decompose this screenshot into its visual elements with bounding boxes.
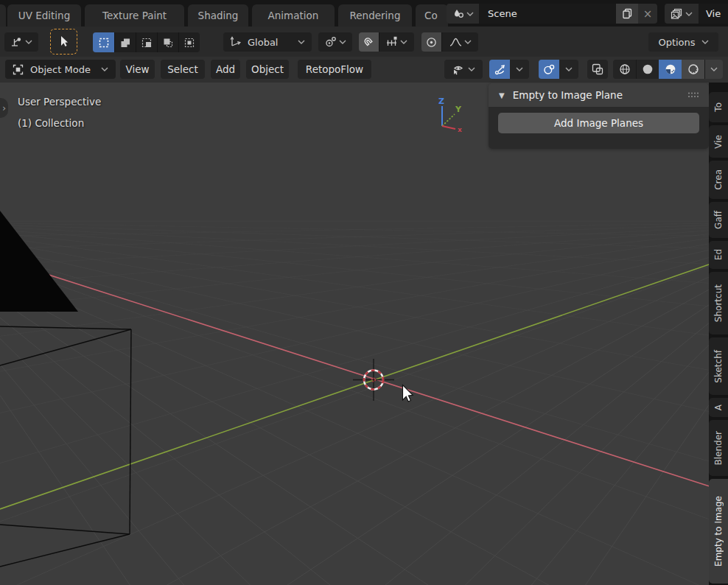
shading-mode-group (613, 60, 723, 79)
view-layer-selector: Vie (665, 4, 728, 24)
workspace-tab-partial[interactable] (0, 4, 6, 27)
topbar: UV Editing Texture Paint Shading Animati… (0, 0, 728, 27)
select-set-icon (99, 38, 109, 48)
new-scene-button[interactable] (616, 4, 638, 24)
object-visibility-dropdown[interactable] (444, 60, 483, 79)
mode-selector-dropdown[interactable]: Object Mode (5, 60, 116, 79)
wireframe-object[interactable] (0, 326, 131, 567)
sidebar-tab-tool[interactable]: To (709, 92, 728, 122)
cursor-arrow-icon (58, 35, 69, 48)
scene-icon (452, 8, 464, 20)
delete-scene-button[interactable]: × (638, 4, 657, 24)
sidebar-tab-shortcut[interactable]: Shortcut (709, 272, 728, 334)
select-mode-invert-button[interactable] (157, 32, 178, 52)
view-name-label: User Perspective (18, 96, 101, 108)
gizmo-arrow-icon (494, 64, 505, 75)
snap-target-dropdown[interactable] (379, 32, 414, 52)
tool-settings-bar: Global (0, 27, 728, 57)
chevron-down-icon (101, 67, 108, 71)
select-mode-extend-button[interactable] (114, 32, 136, 52)
workspace-tab-animation[interactable]: Animation (252, 4, 335, 27)
active-tool-dropdown[interactable] (4, 32, 38, 52)
active-collection-label: (1) Collection (18, 117, 84, 129)
select-mode-set-button[interactable] (93, 32, 114, 52)
scene-browse-button[interactable] (447, 4, 479, 24)
shading-material-button[interactable] (659, 60, 682, 79)
axis-y-label: Y (455, 105, 462, 114)
menu-add[interactable]: Add (211, 60, 240, 79)
proportional-edit-group (421, 32, 478, 52)
snap-toggle-button[interactable] (359, 32, 379, 52)
select-mode-group (93, 32, 200, 52)
menu-object[interactable]: Object (246, 60, 289, 79)
workspace-tab-compositing[interactable]: Co (416, 4, 448, 27)
panel-body: Add Image Planes (489, 107, 709, 149)
add-image-planes-button[interactable]: Add Image Planes (498, 113, 699, 133)
scene-selector: Scene × (447, 4, 657, 24)
falloff-curve-icon (449, 37, 462, 47)
shading-solid-button[interactable] (636, 60, 659, 79)
proportional-falloff-dropdown[interactable] (441, 32, 478, 52)
workspace-tab-uv-editing[interactable]: UV Editing (7, 4, 81, 27)
viewport-3d[interactable]: Z Y x User Perspective (1) Collection › … (0, 83, 728, 585)
show-gizmo-toggle[interactable] (489, 60, 510, 79)
viewport-header: Object Mode View Select Add Object Retop… (0, 57, 728, 83)
chevron-down-icon (685, 12, 693, 16)
axis-z-label: Z (438, 97, 444, 106)
chevron-down-icon (298, 40, 305, 44)
magnet-icon (363, 37, 374, 48)
select-mode-subtract-button[interactable] (136, 32, 157, 52)
axis-gizmo[interactable]: Z Y x (430, 94, 474, 137)
workspace-tab-texture-paint[interactable]: Texture Paint (85, 4, 184, 27)
drag-grip-icon[interactable] (687, 91, 699, 99)
show-overlays-toggle[interactable] (539, 60, 559, 79)
panel-header[interactable]: ▼ Empty to Image Plane (489, 83, 709, 107)
menu-select[interactable]: Select (161, 60, 205, 79)
gizmo-dropdown[interactable] (510, 60, 529, 79)
blender-window: UV Editing Texture Paint Shading Animati… (0, 0, 728, 585)
menu-view[interactable]: View (120, 60, 155, 79)
pivot-icon (325, 36, 337, 48)
select-mode-intersect-button[interactable] (178, 32, 200, 52)
gizmo-group (489, 60, 529, 79)
workspace-tab-shading[interactable]: Shading (188, 4, 248, 27)
sidebar-tab-view[interactable]: Vie (709, 125, 728, 158)
sidebar-tab-empty-to-image[interactable]: Empty to Image (709, 479, 728, 584)
sidebar-tab-sketchfab[interactable]: Sketchf (709, 337, 728, 395)
viewport-canvas (0, 83, 728, 585)
floor-grid (0, 221, 709, 585)
workspace-tab-rendering[interactable]: Rendering (338, 4, 412, 27)
proportional-edit-toggle[interactable] (421, 32, 441, 52)
sidebar-tab-blender[interactable]: Blender (709, 420, 728, 476)
select-intersect-icon (184, 38, 195, 48)
select-invert-icon (163, 38, 173, 48)
solid-sphere-icon (642, 63, 654, 75)
axis-x-line (0, 259, 709, 486)
3d-cursor (353, 359, 394, 401)
xray-toggle[interactable] (587, 60, 608, 79)
pivot-point-dropdown[interactable] (318, 32, 352, 52)
view-layer-name-field[interactable]: Vie (699, 4, 728, 24)
overlays-icon (543, 64, 555, 75)
object-mode-icon (13, 64, 24, 75)
overlays-dropdown[interactable] (559, 60, 578, 79)
chevron-down-icon (25, 40, 32, 44)
shading-dropdown[interactable] (704, 60, 723, 79)
scene-name-field[interactable]: Scene (479, 4, 616, 24)
sidebar-tab-gaffer[interactable]: Gaff (709, 202, 728, 238)
sidebar-tab-edit[interactable]: Ed (709, 241, 728, 269)
duplicate-icon (622, 8, 633, 19)
sidebar-tab-create[interactable]: Crea (709, 161, 728, 199)
select-box-tool-button[interactable] (50, 29, 77, 55)
sidebar-tab-a[interactable]: A (709, 398, 728, 417)
panel-collapse-icon[interactable]: ▼ (499, 91, 505, 99)
menu-retopoflow[interactable]: RetopoFlow (298, 60, 371, 79)
snap-group (359, 32, 414, 52)
shading-wireframe-button[interactable] (613, 60, 636, 79)
chevron-down-icon (565, 67, 573, 71)
transform-orientation-dropdown[interactable]: Global (223, 32, 312, 52)
select-subtract-icon (141, 38, 152, 48)
shading-rendered-button[interactable] (682, 60, 704, 79)
options-dropdown[interactable]: Options (648, 32, 718, 52)
view-layer-browse-button[interactable] (665, 4, 699, 24)
